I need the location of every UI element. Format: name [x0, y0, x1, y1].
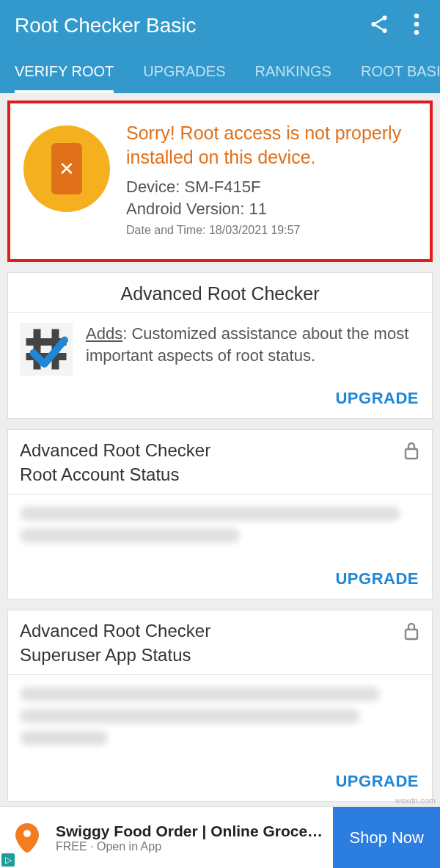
locked-card-footer: UPGRADE	[8, 765, 432, 801]
watermark: wsxdn.com	[395, 796, 436, 805]
upgrade-button[interactable]: UPGRADE	[335, 389, 419, 408]
app-title: Root Checker Basic	[15, 14, 196, 37]
locked-title-line1: Advanced Root Checker	[20, 440, 210, 460]
ad-logo-icon	[6, 817, 48, 859]
blurred-text-line	[20, 528, 240, 543]
root-status-card: ✕ Sorry! Root access is not properly ins…	[7, 101, 433, 262]
superuser-app-status-card: Advanced Root Checker Superuser App Stat…	[7, 610, 433, 802]
hash-check-icon	[20, 323, 73, 376]
locked-blur-body	[8, 675, 432, 765]
svg-point-12	[23, 830, 31, 837]
locked-title-line1: Advanced Root Checker	[20, 621, 210, 641]
lock-icon	[403, 440, 420, 464]
svg-point-4	[414, 22, 419, 27]
ad-title: Swiggy Food Order | Online Grocery …	[56, 823, 326, 840]
overflow-menu-icon[interactable]	[414, 13, 419, 38]
locked-title-line2: Root Account Status	[20, 464, 179, 484]
ad-subtitle: FREE · Open in App	[56, 840, 326, 853]
locked-blur-body	[8, 495, 432, 562]
root-status-message: Sorry! Root access is not properly insta…	[126, 121, 417, 169]
blurred-text-line	[20, 731, 108, 745]
advanced-card-footer: UPGRADE	[8, 382, 432, 418]
blurred-text-line	[20, 709, 360, 723]
share-icon[interactable]	[368, 13, 390, 38]
svg-point-5	[414, 30, 419, 35]
locked-card-title: Advanced Root Checker Superuser App Stat…	[20, 619, 210, 667]
svg-point-3	[414, 14, 419, 19]
ad-banner[interactable]: ▷ Swiggy Food Order | Online Grocery … F…	[0, 806, 440, 868]
locked-card-header: Advanced Root Checker Superuser App Stat…	[8, 610, 432, 675]
tab-rankings[interactable]: RANKINGS	[254, 56, 331, 93]
app-bar-actions	[368, 13, 425, 38]
locked-card-title: Advanced Root Checker Root Account Statu…	[20, 439, 210, 486]
tab-upgrades[interactable]: UPGRADES	[143, 56, 225, 93]
datetime-line: Date and Time: 18/03/2021 19:57	[126, 224, 417, 237]
app-bar-top: Root Checker Basic	[15, 13, 425, 56]
adds-rest: : Customized assistance about the most i…	[86, 324, 408, 365]
ad-badge-icon: ▷	[1, 853, 15, 867]
advanced-card-description: Adds: Customized assistance about the mo…	[86, 323, 420, 366]
device-line: Device: SM-F415F	[126, 176, 417, 198]
advanced-card-body: Adds: Customized assistance about the mo…	[8, 313, 432, 382]
root-account-status-card: Advanced Root Checker Root Account Statu…	[7, 429, 433, 599]
svg-rect-10	[406, 449, 417, 459]
locked-card-footer: UPGRADE	[8, 562, 432, 599]
root-status-text: Sorry! Root access is not properly insta…	[126, 121, 417, 237]
tab-bar: VERIFY ROOT UPGRADES RANKINGS ROOT BASIC	[15, 56, 425, 93]
upgrade-button[interactable]: UPGRADE	[335, 772, 419, 791]
upgrade-button[interactable]: UPGRADE	[335, 569, 419, 588]
blurred-text-line	[20, 687, 380, 701]
app-bar: Root Checker Basic VERIFY ROOT UPGRADES …	[0, 0, 440, 93]
tab-verify-root[interactable]: VERIFY ROOT	[15, 56, 114, 93]
locked-card-header: Advanced Root Checker Root Account Statu…	[8, 430, 432, 495]
adds-label: Adds	[86, 324, 122, 343]
svg-rect-11	[406, 630, 417, 639]
content-area: ✕ Sorry! Root access is not properly ins…	[0, 93, 440, 868]
phone-x-icon: ✕	[51, 143, 82, 194]
android-version-line: Android Version: 11	[126, 198, 417, 220]
tab-root-basic[interactable]: ROOT BASIC	[361, 56, 440, 93]
ad-cta-button[interactable]: Shop Now	[333, 807, 440, 869]
locked-title-line2: Superuser App Status	[20, 645, 191, 665]
ad-text: Swiggy Food Order | Online Grocery … FRE…	[48, 823, 333, 853]
advanced-card-title: Advanced Root Checker	[8, 273, 432, 313]
root-status-icon: ✕	[23, 125, 110, 212]
lock-icon	[403, 621, 420, 644]
blurred-text-line	[20, 506, 400, 521]
advanced-root-checker-card: Advanced Root Checker Adds: Customized a…	[7, 272, 433, 419]
